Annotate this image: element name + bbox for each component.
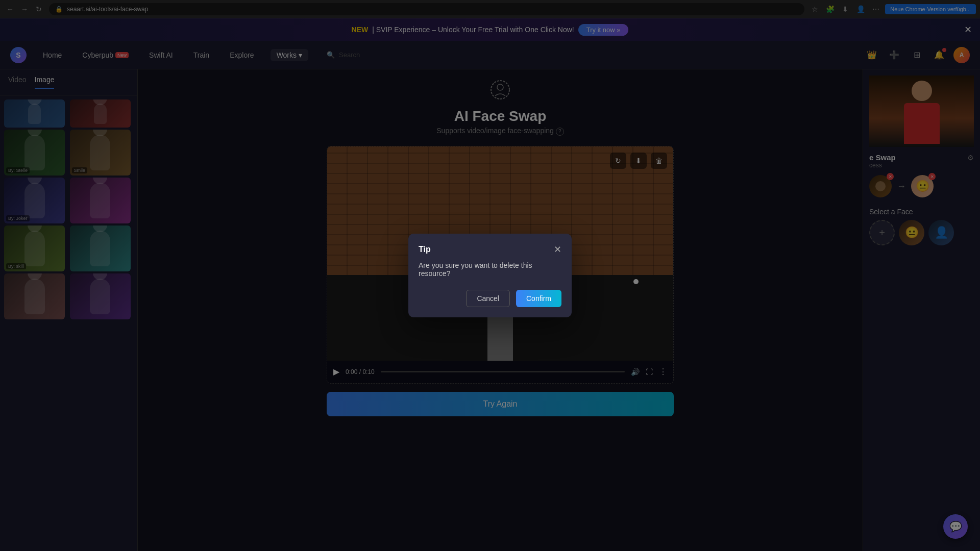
confirm-button[interactable]: Confirm	[516, 290, 561, 307]
modal-body: Are you sure you want to delete this res…	[419, 261, 561, 278]
modal-title: Tip	[419, 245, 431, 254]
cancel-button[interactable]: Cancel	[466, 290, 510, 307]
modal-close-button[interactable]: ✕	[554, 244, 561, 255]
modal-footer: Cancel Confirm	[419, 290, 561, 307]
modal-dialog: Tip ✕ Are you sure you want to delete th…	[408, 234, 572, 317]
modal-overlay: Tip ✕ Are you sure you want to delete th…	[0, 0, 980, 551]
modal-header: Tip ✕	[419, 244, 561, 255]
